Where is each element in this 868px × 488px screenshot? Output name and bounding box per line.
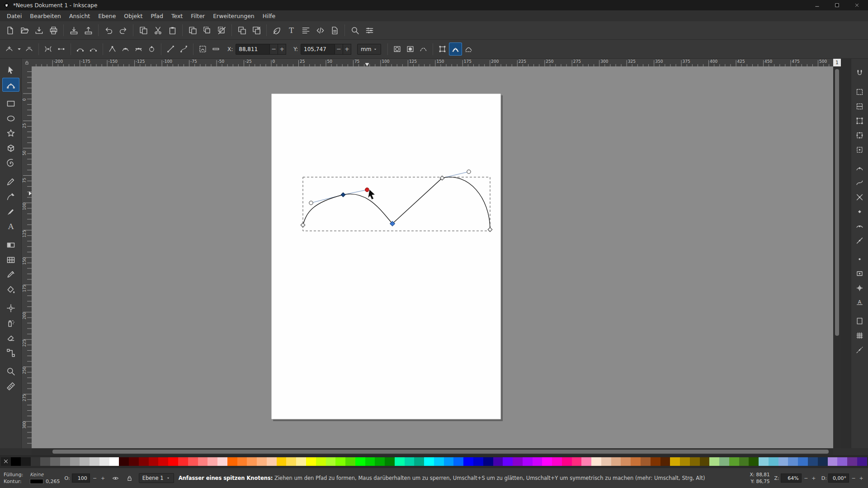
palette-swatch[interactable]: [719, 457, 729, 466]
ellipse-button[interactable]: [2, 111, 19, 125]
palette-swatch[interactable]: [857, 457, 867, 466]
palette-swatch[interactable]: [60, 457, 70, 466]
palette-swatch[interactable]: [414, 457, 424, 466]
measure-button[interactable]: [2, 379, 19, 393]
unlink-clone-button[interactable]: [214, 23, 229, 38]
spray-button[interactable]: [2, 316, 19, 330]
palette-swatch[interactable]: [365, 457, 375, 466]
menu-item-objekt[interactable]: Objekt: [120, 11, 146, 21]
opacity-decrement-button[interactable]: −: [92, 474, 98, 482]
cusp-nodes-button[interactable]: [853, 205, 867, 218]
palette-swatch[interactable]: [769, 457, 778, 466]
palette-swatch[interactable]: [31, 457, 41, 466]
delete-segment-button[interactable]: [87, 42, 100, 56]
palette-swatch[interactable]: [837, 457, 847, 466]
snap-bounding-box-button[interactable]: [853, 85, 867, 99]
palette-swatch[interactable]: [572, 457, 582, 466]
segment-curve-button[interactable]: [177, 42, 190, 56]
palette-swatch[interactable]: [523, 457, 533, 466]
text-dialog-button[interactable]: T: [284, 23, 298, 38]
palette-swatch[interactable]: [631, 457, 641, 466]
star-button[interactable]: [2, 126, 19, 140]
paint-bucket-button[interactable]: [2, 282, 19, 296]
snap-nodes-button[interactable]: [853, 161, 867, 175]
canvas-area[interactable]: [32, 66, 833, 448]
vertical-scrollbar-thumb[interactable]: [835, 69, 839, 336]
opacity-increment-button[interactable]: +: [100, 474, 106, 482]
palette-swatch[interactable]: [680, 457, 690, 466]
document-properties-button[interactable]: [327, 23, 342, 38]
palette-swatch[interactable]: [296, 457, 306, 466]
menu-item-hilfe[interactable]: Hilfe: [259, 11, 279, 21]
node-auto-button[interactable]: [145, 42, 158, 56]
spiral-button[interactable]: [2, 156, 19, 170]
control-handle-hovered[interactable]: [365, 188, 369, 192]
unit-dropdown[interactable]: mm: [357, 44, 381, 55]
page-border-button[interactable]: [853, 314, 867, 328]
smooth-nodes-button[interactable]: [853, 219, 867, 233]
zoom-decrement-button[interactable]: −: [803, 474, 809, 482]
menu-item-ebene[interactable]: Ebene: [94, 11, 120, 21]
palette-swatch[interactable]: [621, 457, 631, 466]
maximize-button[interactable]: [833, 2, 840, 9]
palette-swatch[interactable]: [168, 457, 178, 466]
palette-swatch[interactable]: [395, 457, 405, 466]
palette-swatch[interactable]: [149, 457, 159, 466]
grid-lines-button[interactable]: [853, 328, 867, 342]
rotation-input[interactable]: 0,00°: [828, 474, 849, 483]
path-intersections-button[interactable]: [853, 190, 867, 204]
horizontal-ruler[interactable]: -200-175-150-125-100-75-50-2502550751001…: [32, 59, 833, 66]
node-editor-button[interactable]: [2, 78, 19, 92]
gradient-button[interactable]: [2, 238, 19, 252]
new-document-button[interactable]: [3, 23, 17, 38]
palette-swatch[interactable]: [119, 457, 129, 466]
fill-stroke-dialog-button[interactable]: [269, 23, 284, 38]
selector-button[interactable]: [2, 63, 19, 77]
rotation-centers-button[interactable]: [853, 281, 867, 295]
menu-item-erweiterungen[interactable]: Erweiterungen: [209, 11, 259, 21]
palette-swatch[interactable]: [50, 457, 60, 466]
node-corner-button[interactable]: [106, 42, 119, 56]
palette-swatch[interactable]: [798, 457, 808, 466]
palette-swatch[interactable]: [739, 457, 749, 466]
palette-swatch[interactable]: [700, 457, 710, 466]
palette-swatch[interactable]: [542, 457, 552, 466]
no-color-swatch[interactable]: [1, 457, 11, 466]
palette-swatch[interactable]: [759, 457, 769, 466]
x-increment-button[interactable]: +: [278, 44, 286, 55]
find-replace-button[interactable]: [348, 23, 362, 38]
palette-swatch[interactable]: [562, 457, 572, 466]
zoom-increment-button[interactable]: +: [811, 474, 817, 482]
palette-swatch[interactable]: [158, 457, 168, 466]
palette-swatch[interactable]: [40, 457, 50, 466]
minimize-button[interactable]: [813, 2, 821, 9]
palette-swatch[interactable]: [405, 457, 415, 466]
palette-swatch[interactable]: [178, 457, 188, 466]
palette-swatch[interactable]: [424, 457, 434, 466]
snap-others-button[interactable]: [853, 252, 867, 266]
rotation-decrement-button[interactable]: −: [850, 474, 857, 482]
node-smooth-button[interactable]: [119, 42, 132, 56]
preferences-button[interactable]: [362, 23, 377, 38]
palette-swatch[interactable]: [434, 457, 444, 466]
lock-guides-toggle[interactable]: [22, 59, 32, 66]
paste-button[interactable]: [165, 23, 179, 38]
palette-swatch[interactable]: [70, 457, 80, 466]
palette-swatch[interactable]: [247, 457, 257, 466]
palette-swatch[interactable]: [355, 457, 365, 466]
align-dialog-button[interactable]: [298, 23, 313, 38]
bbox-edge-midpoints-button[interactable]: [853, 128, 867, 142]
palette-swatch[interactable]: [326, 457, 336, 466]
join-nodes-button[interactable]: [42, 42, 55, 56]
palette-swatch[interactable]: [503, 457, 513, 466]
palette-swatch[interactable]: [670, 457, 680, 466]
snap-master-button[interactable]: [853, 66, 867, 80]
stroke-to-path-button[interactable]: [209, 42, 222, 56]
bbox-edges-button[interactable]: [853, 99, 867, 113]
join-segment-button[interactable]: [74, 42, 87, 56]
save-document-button[interactable]: [32, 23, 46, 38]
palette-swatch[interactable]: [188, 457, 198, 466]
y-increment-button[interactable]: +: [343, 44, 351, 55]
palette-swatch[interactable]: [198, 457, 208, 466]
show-path-outline-button[interactable]: [417, 42, 430, 56]
